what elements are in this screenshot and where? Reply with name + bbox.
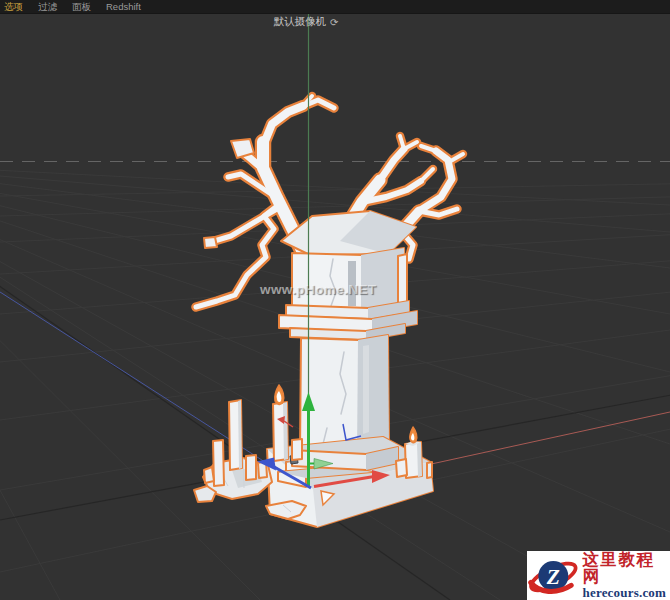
camera-label-text: 默认摄像机 bbox=[274, 15, 327, 29]
camera-cycle-icon[interactable]: ⟳ bbox=[330, 17, 338, 28]
logo-site-name: 这里教程网 bbox=[583, 551, 670, 586]
logo-monogram: Z bbox=[546, 564, 560, 588]
candle bbox=[292, 439, 302, 460]
c4d-viewport-window: 选项 过滤 面板 Redshift 默认摄像机 ⟳ www.pHome.NET … bbox=[0, 0, 670, 600]
menu-item-redshift[interactable]: Redshift bbox=[106, 0, 141, 13]
small-block bbox=[396, 459, 407, 477]
menu-item-panel[interactable]: 面板 bbox=[72, 0, 91, 13]
site-logo-emblem: Z bbox=[528, 553, 581, 599]
viewport-3d[interactable] bbox=[0, 0, 670, 600]
shrine-column bbox=[398, 254, 407, 305]
melted-candle bbox=[204, 467, 214, 483]
small-block bbox=[427, 462, 432, 478]
menu-item-options[interactable]: 选项 bbox=[4, 0, 23, 13]
candle bbox=[246, 455, 256, 480]
watermark-text: www.pHome.NET bbox=[260, 282, 376, 297]
menu-item-filter[interactable]: 过滤 bbox=[38, 0, 57, 13]
camera-label[interactable]: 默认摄像机 ⟳ bbox=[274, 15, 339, 29]
site-logo: Z 这里教程网 herecours.com bbox=[527, 551, 670, 600]
logo-site-domain: herecours.com bbox=[583, 586, 670, 600]
viewport-menubar: 选项 过滤 面板 Redshift bbox=[0, 0, 670, 14]
branch-tip-block bbox=[204, 237, 217, 248]
